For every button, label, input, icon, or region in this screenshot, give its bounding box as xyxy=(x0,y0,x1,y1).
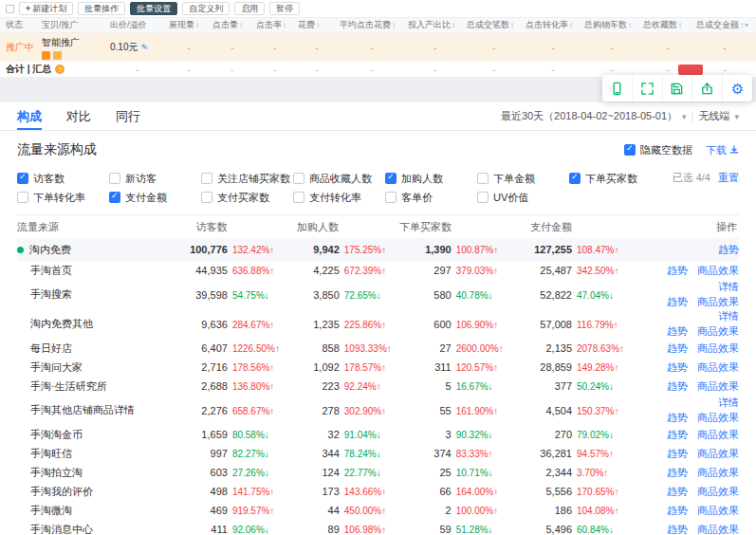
op-link[interactable]: 详情 xyxy=(718,396,739,410)
filter-caret-icon[interactable]: ▾ xyxy=(745,21,748,29)
checkbox-icon[interactable] xyxy=(624,144,636,156)
sort-icon[interactable]: ↕ xyxy=(678,21,682,29)
tab-2[interactable]: 同行 xyxy=(116,102,140,130)
sort-icon[interactable]: ↕ xyxy=(510,21,514,29)
ad-column-header[interactable]: 状态 xyxy=(4,19,40,31)
checkbox-icon[interactable] xyxy=(477,173,489,184)
edit-icon[interactable]: ✎ xyxy=(140,43,148,52)
sort-icon[interactable]: ↕ xyxy=(316,21,320,29)
sort-icon[interactable]: ↕ xyxy=(283,21,286,29)
metric-checkbox-item[interactable]: 加购人数 xyxy=(385,172,477,186)
op-link[interactable]: 趋势 xyxy=(667,379,688,394)
ad-toolbar-button[interactable]: 启用 xyxy=(234,2,265,15)
op-link[interactable]: 趋势 xyxy=(667,324,688,339)
sort-icon[interactable]: ↕ xyxy=(195,21,199,29)
checkbox-icon[interactable] xyxy=(385,192,396,203)
metric-checkbox-item[interactable]: 新访客 xyxy=(109,172,201,186)
op-link[interactable]: 商品效果 xyxy=(697,341,739,356)
ad-column-header[interactable]: 总成交笔数↕ xyxy=(465,19,524,31)
column-header[interactable]: 访客数 xyxy=(176,220,288,234)
ad-column-header[interactable]: 投入产出比↕ xyxy=(406,19,465,31)
metric-checkbox-item[interactable]: 支付转化率 xyxy=(293,191,385,205)
ad-column-header[interactable]: 点击量↕ xyxy=(211,19,254,31)
settings-icon[interactable]: ⚙ xyxy=(723,75,752,101)
op-link[interactable]: 商品效果 xyxy=(697,360,739,375)
sort-icon[interactable]: ↕ xyxy=(740,21,744,29)
ad-column-header[interactable]: 点击率↕ xyxy=(254,19,296,31)
column-header[interactable]: 加购人数 xyxy=(288,220,400,234)
help-icon[interactable]: ? xyxy=(55,65,65,74)
checkbox-icon[interactable] xyxy=(17,192,28,203)
metric-checkbox-item[interactable]: 商品收藏人数 xyxy=(293,172,385,186)
sort-icon[interactable]: ↕ xyxy=(628,21,632,29)
ad-toolbar-button[interactable]: 批量操作 xyxy=(78,2,125,15)
sort-icon[interactable]: ↕ xyxy=(569,21,573,29)
op-link[interactable]: 趋势 xyxy=(667,411,688,425)
op-link[interactable]: 趋势 xyxy=(718,243,739,257)
ad-toolbar-button[interactable]: +新建计划 xyxy=(19,2,73,15)
checkbox-icon[interactable] xyxy=(17,173,28,184)
op-link[interactable]: 商品效果 xyxy=(697,264,739,278)
op-link[interactable]: 商品效果 xyxy=(697,379,739,394)
checkbox-icon[interactable] xyxy=(201,173,212,184)
sort-icon[interactable]: ↕ xyxy=(392,21,396,29)
ad-toolbar-button[interactable]: 批量设置 xyxy=(130,2,177,15)
op-link[interactable]: 趋势 xyxy=(667,504,688,518)
op-link[interactable]: 详情 xyxy=(718,280,739,294)
op-link[interactable]: 商品效果 xyxy=(697,523,739,535)
ad-column-header[interactable]: 宝贝/推广 xyxy=(40,19,108,31)
fullscreen-icon[interactable] xyxy=(633,75,663,101)
op-link[interactable]: 商品效果 xyxy=(697,504,739,518)
checkbox-icon[interactable] xyxy=(109,192,120,203)
column-header[interactable]: 流量来源 xyxy=(17,220,176,234)
metric-checkbox-item[interactable]: 支付金额 xyxy=(109,191,201,205)
select-all-checkbox[interactable] xyxy=(6,5,14,13)
metric-checkbox-item[interactable]: 支付买家数 xyxy=(201,191,293,205)
red-action-badge[interactable] xyxy=(678,65,703,75)
op-link[interactable]: 趋势 xyxy=(667,523,688,535)
op-link[interactable]: 详情 xyxy=(718,309,739,323)
op-link[interactable]: 商品效果 xyxy=(697,411,739,425)
column-header[interactable]: 下单买家数 xyxy=(399,220,512,234)
download-link[interactable]: 下载 xyxy=(706,143,739,157)
op-link[interactable]: 趋势 xyxy=(667,447,688,461)
ad-column-header[interactable]: 花费↕ xyxy=(296,19,338,31)
checkbox-icon[interactable] xyxy=(109,173,120,184)
metric-checkbox-item[interactable]: 关注店铺买家数 xyxy=(201,172,293,186)
op-link[interactable]: 趋势 xyxy=(667,360,688,375)
op-link[interactable]: 商品效果 xyxy=(697,295,739,309)
op-link[interactable]: 趋势 xyxy=(667,466,688,480)
ad-column-header[interactable]: 展现量↕ xyxy=(167,19,211,31)
tab-0[interactable]: 构成 xyxy=(17,102,42,130)
checkbox-icon[interactable] xyxy=(293,192,304,203)
checkbox-icon[interactable] xyxy=(293,173,304,184)
op-link[interactable]: 商品效果 xyxy=(697,428,739,442)
ad-column-header[interactable]: 点击转化率↕ xyxy=(524,19,582,31)
tab-1[interactable]: 对比 xyxy=(66,102,91,130)
ad-toolbar-button[interactable]: 自定义列 xyxy=(182,2,230,15)
checkbox-icon[interactable] xyxy=(385,173,396,184)
op-link[interactable]: 趋势 xyxy=(667,295,688,309)
ad-column-header[interactable]: 总购物车数↕ xyxy=(582,19,641,31)
ad-column-header[interactable]: 出价/溢价 xyxy=(108,19,167,31)
reset-link[interactable]: 重置 xyxy=(718,171,739,185)
metric-checkbox-item[interactable]: 下单金额 xyxy=(477,172,569,186)
op-link[interactable]: 商品效果 xyxy=(697,324,739,339)
ad-toolbar-button[interactable]: 暂停 xyxy=(269,2,300,15)
ad-column-header[interactable]: 总成交金额↕▾ xyxy=(694,19,755,31)
preview-icon[interactable] xyxy=(602,75,633,101)
hide-empty-toggle[interactable]: 隐藏空数据 xyxy=(624,143,692,157)
column-header[interactable]: 支付金额 xyxy=(512,220,633,234)
ad-column-header[interactable]: 总收藏数↕ xyxy=(641,19,694,31)
metric-checkbox-item[interactable]: 访客数 xyxy=(17,172,109,186)
ad-column-header[interactable]: 平均点击花费↕ xyxy=(338,19,406,31)
metric-checkbox-item[interactable]: 客单价 xyxy=(385,191,477,205)
metric-checkbox-item[interactable]: 下单买家数 xyxy=(569,172,661,186)
op-link[interactable]: 趋势 xyxy=(667,341,688,356)
date-range-label[interactable]: 最近30天（2018-04-02~2018-05-01） xyxy=(501,109,677,123)
share-icon[interactable] xyxy=(692,75,723,101)
op-link[interactable]: 商品效果 xyxy=(697,466,739,480)
op-link[interactable]: 商品效果 xyxy=(697,447,739,461)
metric-checkbox-item[interactable]: 下单转化率 xyxy=(17,191,109,205)
terminal-selector[interactable]: 无线端 xyxy=(698,109,729,123)
